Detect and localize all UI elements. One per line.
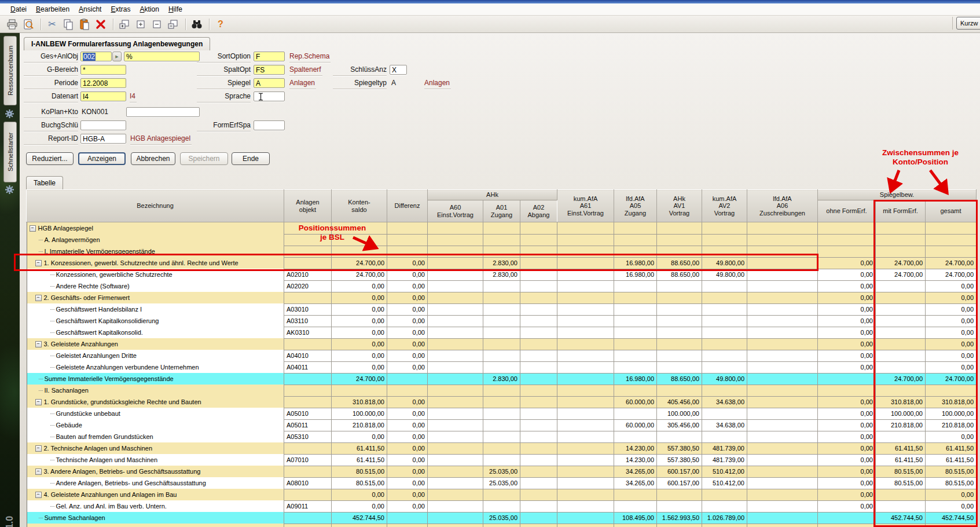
cell-bezeichnung[interactable]: Bauten auf fremden Grundstücken (27, 431, 284, 442)
cell-diff[interactable]: 0,00 (387, 338, 428, 350)
cell-bezeichnung[interactable]: II. Sachanlagen (27, 385, 284, 396)
tab-formularerfassung[interactable]: I-ANLBEW Formularerfassung Anlagenbewegu… (24, 37, 210, 50)
cell-a61[interactable] (557, 454, 614, 466)
cell-ohne[interactable] (818, 373, 876, 385)
cell-a05[interactable]: 108.495,00 (614, 512, 657, 524)
cell-a06[interactable] (747, 338, 818, 350)
table-row[interactable]: Geschäftswert Kapitalkonsolid.AK03100,00… (27, 327, 977, 338)
menu-item-datei[interactable]: Datei (6, 4, 31, 14)
cell-konten[interactable]: 80.515,00 (332, 477, 387, 489)
cell-a05[interactable]: 60.000,00 (614, 396, 657, 408)
cell-a60[interactable] (428, 303, 483, 315)
formerfspa-field[interactable] (254, 120, 285, 130)
menu-item-bearbeiten[interactable]: Bearbeiten (31, 4, 74, 14)
cell-av2[interactable] (702, 350, 747, 361)
copy-icon[interactable] (61, 17, 76, 31)
print-preview-icon[interactable] (21, 17, 36, 31)
cell-a06[interactable] (747, 408, 818, 419)
cell-a61[interactable] (557, 431, 614, 442)
cell-anlagenobjekt[interactable] (284, 385, 332, 396)
reduziert-button[interactable]: Reduziert... (26, 152, 74, 165)
cell-av1[interactable]: 1.562.993,50 (657, 512, 702, 524)
cell-a01[interactable] (483, 222, 520, 235)
cell-a06[interactable] (747, 477, 818, 489)
cell-anlagenobjekt[interactable] (284, 489, 332, 500)
printer-icon[interactable] (5, 17, 20, 31)
cell-bezeichnung[interactable]: 3. Andere Anlagen, Betriebs- und Geschäf… (27, 466, 284, 477)
cell-anlagenobjekt[interactable]: A05010 (284, 408, 332, 419)
cell-a60[interactable] (428, 466, 483, 477)
cell-anlagenobjekt[interactable] (284, 442, 332, 454)
cell-a60[interactable] (428, 512, 483, 524)
table-row[interactable]: Bauten auf fremden GrundstückenA053100,0… (27, 431, 977, 442)
cell-av1[interactable]: 557.380,50 (657, 442, 702, 454)
tree-collapse-icon[interactable] (35, 341, 42, 347)
ges-anlobj-mask-field[interactable]: % (124, 52, 200, 61)
cell-ohne[interactable]: 0,00 (818, 292, 876, 303)
cell-a60[interactable] (428, 373, 483, 385)
cell-a02[interactable] (520, 222, 557, 235)
report-id-field[interactable]: HGB-A (80, 134, 126, 144)
table-row[interactable]: Technische Anlagen und MaschinenA0701061… (27, 454, 977, 466)
cell-diff[interactable]: 0,00 (387, 315, 428, 327)
cell-ohne[interactable] (818, 246, 876, 257)
ges-anlobj-dropdown-icon[interactable]: ▶ (112, 52, 122, 61)
cell-a02[interactable] (520, 454, 557, 466)
cell-a61[interactable] (557, 385, 614, 396)
gear-icon[interactable] (5, 185, 14, 196)
cell-av2[interactable] (702, 315, 747, 327)
cell-konten[interactable]: 0,00 (332, 361, 387, 373)
cell-diff[interactable]: 0,00 (387, 477, 428, 489)
table-row[interactable]: 2. Geschäfts- oder Firmenwert0,000,000,0… (27, 292, 977, 303)
table-row[interactable]: 3. Andere Anlagen, Betriebs- und Geschäf… (27, 466, 977, 477)
cell-a01[interactable]: 2.830,00 (483, 373, 520, 385)
cell-av1[interactable] (657, 361, 702, 373)
cell-a06[interactable] (747, 350, 818, 361)
cell-a61[interactable] (557, 327, 614, 338)
cell-a05[interactable] (614, 524, 657, 527)
cell-av1[interactable] (657, 280, 702, 292)
cell-a06[interactable] (747, 396, 818, 408)
cell-a02[interactable] (520, 431, 557, 442)
cell-anlagenobjekt[interactable]: A04010 (284, 350, 332, 361)
cell-av2[interactable]: 510.412,00 (702, 477, 747, 489)
cell-ohne[interactable]: 0,00 (818, 338, 876, 350)
cell-a01[interactable] (483, 350, 520, 361)
tree-collapse-icon[interactable] (30, 225, 36, 232)
cell-a61[interactable] (557, 408, 614, 419)
cell-av1[interactable]: 557.380,50 (657, 454, 702, 466)
cell-anlagenobjekt[interactable]: A09011 (284, 500, 332, 512)
cell-a60[interactable] (428, 431, 483, 442)
cell-av1[interactable] (657, 338, 702, 350)
cell-av2[interactable] (702, 500, 747, 512)
cell-konten[interactable]: 0,00 (332, 431, 387, 442)
cell-a61[interactable] (557, 500, 614, 512)
cell-a60[interactable] (428, 234, 483, 246)
cell-a02[interactable] (520, 361, 557, 373)
cell-diff[interactable] (387, 512, 428, 524)
cell-konten[interactable]: 0,00 (332, 292, 387, 303)
cell-a05[interactable] (614, 431, 657, 442)
cell-bezeichnung[interactable]: Gel. Anz. und Anl. im Bau verb. Untern. (27, 500, 284, 512)
cell-bezeichnung[interactable]: Geleistete Anzahlungen verbundene Untern… (27, 361, 284, 373)
cell-a05[interactable] (614, 280, 657, 292)
cell-konten[interactable]: 0,00 (332, 338, 387, 350)
table-row[interactable]: Geleistete Anzahlungen verbundene Untern… (27, 361, 977, 373)
cell-a60[interactable] (428, 315, 483, 327)
cell-av2[interactable] (702, 280, 747, 292)
cell-av2[interactable]: 510.412,00 (702, 466, 747, 477)
sidebar-tab-schnellstarter[interactable]: Schnellstarter (3, 122, 17, 182)
schluessanz-field[interactable]: X (390, 65, 407, 75)
cell-a02[interactable] (520, 234, 557, 246)
cell-a61[interactable] (557, 373, 614, 385)
cell-av2[interactable] (702, 292, 747, 303)
cell-diff[interactable]: 0,00 (387, 292, 428, 303)
cell-a60[interactable] (428, 327, 483, 338)
cell-bezeichnung[interactable]: 3. Geleistete Anzahlungen (27, 338, 284, 350)
cell-a05[interactable] (614, 234, 657, 246)
cell-av2[interactable] (702, 338, 747, 350)
tree-collapse-icon[interactable] (35, 399, 42, 405)
cell-a61[interactable] (557, 524, 614, 527)
cell-ohne[interactable]: 0,00 (818, 315, 876, 327)
cell-ohne[interactable]: 0,00 (818, 500, 876, 512)
